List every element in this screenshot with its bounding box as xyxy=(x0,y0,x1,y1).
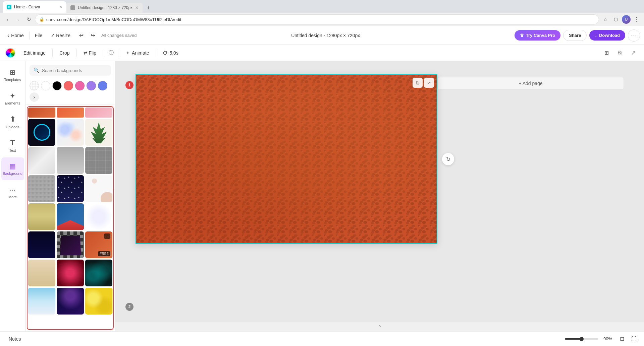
new-tab-button[interactable]: + xyxy=(144,3,153,13)
flip-button[interactable]: ⇄ Flip xyxy=(79,48,101,58)
try-pro-button[interactable]: ♛ Try Canva Pro xyxy=(515,30,560,41)
page-1-indicator: 1 xyxy=(125,81,133,89)
swatch-white[interactable] xyxy=(41,81,50,90)
search-box[interactable]: 🔍 xyxy=(30,65,111,76)
flip-label: Flip xyxy=(89,50,97,56)
bg-img-orange-texture[interactable]: ··· FREE xyxy=(85,231,112,258)
browser-tab-canva[interactable]: C Home - Canva ✕ xyxy=(3,1,66,13)
color-wheel[interactable] xyxy=(5,48,15,58)
bg-img-dark-navy[interactable] xyxy=(28,231,55,258)
more-options-button[interactable]: ⋯ xyxy=(628,29,640,42)
zoom-slider-container[interactable] xyxy=(565,338,598,340)
bg-img-dark-stars[interactable] xyxy=(57,175,84,202)
zoom-slider-handle[interactable] xyxy=(580,337,584,341)
bg-img-teal-smoke[interactable] xyxy=(85,260,112,286)
swatch-transparent[interactable] xyxy=(30,81,39,90)
bg-img-dark-circle[interactable] xyxy=(28,119,55,146)
sidebar-item-uploads[interactable]: ⬆ Uploads xyxy=(1,111,24,133)
resize-button[interactable]: ⤢ Resize xyxy=(48,31,74,40)
bg-img-checker[interactable] xyxy=(57,231,84,258)
search-input[interactable] xyxy=(42,68,107,73)
browser-tab-design[interactable]: Untitled design - 1280 × 720px ✕ xyxy=(66,3,143,13)
duration-button[interactable]: ⏱ 5.0s xyxy=(159,48,182,58)
browser-controls-row: ‹ › ↻ 🔒 canva.com/design/DAEtOOOp1mM/BeC… xyxy=(0,13,644,26)
tab-close-1[interactable]: ✕ xyxy=(59,5,62,9)
tab-title-1: Home - Canva xyxy=(14,5,40,9)
sidebar-item-more[interactable]: ··· More xyxy=(1,181,24,204)
featured-pink-light[interactable] xyxy=(85,108,112,118)
bg-img-beige[interactable] xyxy=(28,260,55,286)
notes-chevron[interactable]: ^ xyxy=(115,322,644,331)
sidebar-item-background[interactable]: ▦ Background xyxy=(1,157,24,180)
bookmark-button[interactable]: ☆ xyxy=(600,15,610,24)
canvas-export-button[interactable]: ↗ xyxy=(424,78,434,88)
download-button[interactable]: ↓ Download xyxy=(589,30,625,41)
animate-icon: ✦ xyxy=(126,50,130,56)
canvas-copy-button[interactable]: ⎘ xyxy=(413,78,423,88)
copy-button[interactable]: ⎘ xyxy=(614,48,625,58)
home-button[interactable]: ‹ Home xyxy=(4,30,27,41)
more-button-overlay[interactable]: ··· xyxy=(104,233,110,239)
address-bar[interactable]: 🔒 canva.com/design/DAEtOOOp1mM/BeCODnOMW… xyxy=(35,14,599,24)
swatch-red[interactable] xyxy=(64,81,73,90)
animate-button[interactable]: ✦ Animate xyxy=(122,48,153,58)
grid-view-button[interactable]: ⊞ xyxy=(601,48,612,58)
undo-button[interactable]: ↩ xyxy=(76,30,87,41)
crop-button[interactable]: Crop xyxy=(55,48,73,58)
swatch-blue[interactable] xyxy=(98,81,107,90)
templates-icon: ⊞ xyxy=(10,68,15,76)
sidebar-item-templates[interactable]: ⊞ Templates xyxy=(1,64,24,86)
bg-img-white-glow[interactable] xyxy=(85,203,112,230)
swatch-pink[interactable] xyxy=(75,81,85,90)
edit-image-button[interactable]: Edit image xyxy=(19,48,50,58)
user-avatar-browser[interactable]: U xyxy=(622,15,631,24)
bg-img-ocean[interactable] xyxy=(57,203,84,230)
bg-img-cracked[interactable] xyxy=(28,175,55,202)
download-icon: ↓ xyxy=(595,33,597,38)
bg-img-sky[interactable] xyxy=(28,288,55,315)
canvas-frame[interactable]: ⎘ ↗ xyxy=(136,74,437,244)
bg-img-yellow[interactable] xyxy=(85,288,112,315)
fit-page-button[interactable]: ⊡ xyxy=(617,334,627,344)
info-button[interactable]: ⓘ xyxy=(106,48,116,58)
animate-label: Animate xyxy=(132,50,149,56)
swatch-more-button[interactable]: › xyxy=(30,92,39,102)
page-1-number: 1 xyxy=(128,83,131,87)
swatch-black[interactable] xyxy=(52,81,62,90)
bg-img-gray2[interactable] xyxy=(57,147,84,174)
page-2-number: 2 xyxy=(128,304,131,309)
featured-orange[interactable] xyxy=(57,108,84,118)
forward-button[interactable]: › xyxy=(13,15,23,24)
bg-img-gray1[interactable] xyxy=(28,147,55,174)
redo-button[interactable]: ↪ xyxy=(87,30,98,41)
bg-img-bokeh[interactable] xyxy=(57,119,84,146)
reload-button[interactable]: ↻ xyxy=(24,15,34,24)
browser-menu-button[interactable]: ⋮ xyxy=(632,15,641,24)
add-page-bar[interactable]: + Add page xyxy=(437,77,624,90)
fullscreen-button[interactable]: ⛶ xyxy=(629,334,639,344)
swatch-purple[interactable] xyxy=(87,81,96,90)
bg-img-red-radial[interactable] xyxy=(57,260,84,286)
sidebar-item-text[interactable]: T Text xyxy=(1,134,24,157)
notes-button[interactable]: Notes xyxy=(5,334,24,344)
tab-close-2[interactable]: ✕ xyxy=(135,5,139,10)
bg-img-purple-stars[interactable] xyxy=(57,288,84,315)
share-button[interactable]: Share xyxy=(563,30,587,41)
featured-red[interactable] xyxy=(28,108,55,118)
sidebar-item-elements[interactable]: ✦ Elements xyxy=(1,87,24,110)
bg-img-grass[interactable] xyxy=(28,203,55,230)
bg-img-plant[interactable] xyxy=(85,119,112,146)
color-swatches-row: › xyxy=(25,80,115,105)
more-icon: ··· xyxy=(10,186,15,194)
resize-icon: ⤢ xyxy=(51,33,55,38)
export-button[interactable]: ↗ xyxy=(628,48,639,58)
panel-collapse-btn[interactable]: ‹ xyxy=(112,190,115,203)
bg-img-grid-pattern[interactable] xyxy=(85,147,112,174)
file-button[interactable]: File xyxy=(32,31,46,40)
bg-img-white-circles[interactable] xyxy=(85,175,112,202)
background-panel: 🔍 › xyxy=(25,61,115,331)
download-label: Download xyxy=(599,33,620,38)
extensions-button[interactable]: ⬡ xyxy=(611,15,621,24)
refresh-float-button[interactable]: ↻ xyxy=(442,153,454,165)
back-button[interactable]: ‹ xyxy=(3,15,12,24)
